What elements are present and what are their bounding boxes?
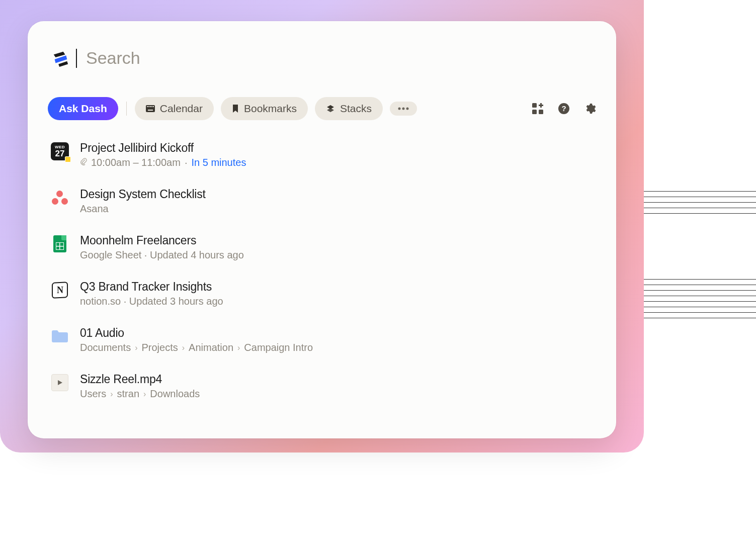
stacks-chip[interactable]: Stacks xyxy=(315,97,383,120)
result-title: Design System Checklist xyxy=(80,188,206,201)
result-meta: notion.so · Updated 3 hours ago xyxy=(80,296,223,307)
svg-point-13 xyxy=(402,108,405,110)
ellipsis-icon xyxy=(398,107,409,110)
svg-rect-15 xyxy=(532,103,537,108)
result-video-file[interactable]: Sizzle Reel.mp4 Users› stran› Downloads xyxy=(51,373,596,400)
search-row xyxy=(48,48,596,68)
video-file-icon xyxy=(51,374,69,392)
svg-point-14 xyxy=(406,108,409,110)
dash-logo-icon xyxy=(51,49,70,68)
stacks-icon xyxy=(326,104,335,113)
dash-window: Ask Dash Calendar Bookmarks Stacks xyxy=(28,21,616,438)
notion-icon: N xyxy=(51,281,69,299)
svg-rect-19 xyxy=(539,105,543,106)
attachment-icon xyxy=(80,157,87,168)
svg-rect-5 xyxy=(148,106,149,107)
calendar-chip-label: Calendar xyxy=(160,103,203,115)
result-meta: Google Sheet · Updated 4 hours ago xyxy=(80,249,244,261)
more-chip[interactable] xyxy=(390,102,417,116)
ask-dash-chip[interactable]: Ask Dash xyxy=(48,97,118,120)
result-source: Asana xyxy=(80,203,109,215)
result-title: Project Jellibird Kickoff xyxy=(80,141,246,155)
result-meta: Asana xyxy=(80,203,206,215)
svg-rect-4 xyxy=(147,106,148,107)
google-sheets-icon xyxy=(51,235,69,253)
result-calendar-event[interactable]: WED 27 Project Jellibird Kickoff 10:00am… xyxy=(51,141,596,168)
result-title: Q3 Brand Tracker Insights xyxy=(80,280,223,294)
result-title: Sizzle Reel.mp4 xyxy=(80,373,200,386)
calendar-day: 27 xyxy=(55,149,65,158)
bookmarks-chip-label: Bookmarks xyxy=(244,103,297,115)
calendar-chip[interactable]: Calendar xyxy=(135,97,214,120)
svg-rect-9 xyxy=(148,110,153,111)
search-caret xyxy=(76,49,77,68)
bookmarks-chip[interactable]: Bookmarks xyxy=(221,97,308,120)
result-asana-task[interactable]: Design System Checklist Asana xyxy=(51,188,596,215)
folder-icon xyxy=(51,327,69,345)
result-google-sheet[interactable]: Moonhelm Freelancers Google Sheet · Upda… xyxy=(51,234,596,261)
svg-text:?: ? xyxy=(561,104,566,113)
bookmark-icon xyxy=(232,104,239,113)
filter-chips-row: Ask Dash Calendar Bookmarks Stacks xyxy=(48,97,596,120)
result-meta: 10:00am – 11:00am · In 5 minutes xyxy=(80,157,246,168)
chip-divider xyxy=(126,102,127,116)
result-title: 01 Audio xyxy=(80,326,313,340)
result-relative-time: In 5 minutes xyxy=(191,157,246,168)
svg-point-12 xyxy=(398,108,401,110)
result-notion-page[interactable]: N Q3 Brand Tracker Insights notion.so · … xyxy=(51,280,596,307)
keyboard-icon xyxy=(146,105,155,112)
svg-rect-7 xyxy=(151,106,152,107)
svg-marker-2 xyxy=(58,61,68,66)
results-list: WED 27 Project Jellibird Kickoff 10:00am… xyxy=(48,141,596,400)
result-folder[interactable]: 01 Audio Documents› Projects› Animation›… xyxy=(51,326,596,353)
svg-rect-6 xyxy=(150,106,151,107)
search-input[interactable] xyxy=(86,48,596,68)
svg-rect-8 xyxy=(153,106,154,107)
svg-marker-22 xyxy=(58,380,62,385)
result-title: Moonhelm Freelancers xyxy=(80,234,244,247)
add-widget-button[interactable] xyxy=(532,103,544,115)
svg-rect-16 xyxy=(532,110,537,114)
calendar-date-icon: WED 27 xyxy=(51,142,69,160)
result-path: Documents› Projects› Animation› Campaign… xyxy=(80,342,313,353)
toolbar-right: ? xyxy=(532,103,596,115)
result-time: 10:00am – 11:00am xyxy=(91,157,181,168)
result-path: Users› stran› Downloads xyxy=(80,388,200,400)
help-button[interactable]: ? xyxy=(558,103,570,115)
asana-icon xyxy=(51,189,69,207)
settings-button[interactable] xyxy=(584,103,596,115)
ask-dash-label: Ask Dash xyxy=(59,103,107,115)
stacks-chip-label: Stacks xyxy=(340,103,372,115)
svg-rect-17 xyxy=(539,110,543,114)
svg-marker-11 xyxy=(327,108,334,112)
